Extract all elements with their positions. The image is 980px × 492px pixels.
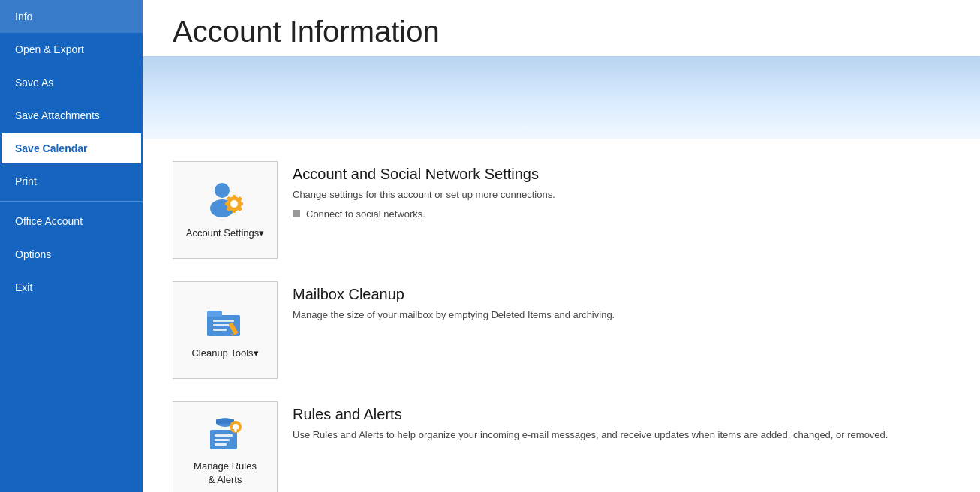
svg-point-3 — [230, 200, 238, 208]
svg-rect-16 — [213, 328, 227, 331]
manage-rules-title: Rules and Alerts — [293, 406, 950, 423]
manage-rules-label: Manage Rules & Alerts — [194, 460, 257, 487]
cleanup-tools-label: Cleanup Tools▾ — [191, 346, 258, 360]
svg-rect-22 — [215, 434, 233, 436]
cleanup-tools-info: Mailbox Cleanup Manage the size of your … — [293, 281, 950, 328]
manage-rules-icon — [203, 413, 248, 455]
account-settings-button[interactable]: Account Settings▾ — [173, 161, 278, 259]
svg-rect-23 — [215, 439, 230, 441]
account-settings-info: Account and Social Network Settings Chan… — [293, 161, 950, 220]
account-settings-label: Account Settings▾ — [186, 226, 265, 240]
manage-rules-button[interactable]: Manage Rules & Alerts — [173, 401, 278, 492]
sidebar-item-save-attachments[interactable]: Save Attachments — [0, 99, 143, 132]
page-title: Account Information — [143, 0, 980, 56]
svg-rect-13 — [207, 310, 222, 316]
account-settings-title: Account and Social Network Settings — [293, 166, 950, 183]
svg-rect-7 — [239, 202, 243, 206]
sidebar-item-exit[interactable]: Exit — [0, 271, 143, 304]
cleanup-tools-card: Cleanup Tools▾ Mailbox Cleanup Manage th… — [173, 274, 950, 386]
sidebar-item-open-export[interactable]: Open & Export — [0, 33, 143, 66]
svg-rect-6 — [225, 202, 229, 206]
manage-rules-info: Rules and Alerts Use Rules and Alerts to… — [293, 401, 950, 448]
svg-point-27 — [235, 430, 237, 432]
manage-rules-card: Manage Rules & Alerts Rules and Alerts U… — [173, 394, 950, 492]
cleanup-tools-button[interactable]: Cleanup Tools▾ — [173, 281, 278, 379]
account-settings-card: Account Settings▾ Account and Social Net… — [173, 154, 950, 266]
account-settings-icon — [203, 180, 248, 222]
account-settings-bullet-text: Connect to social networks. — [306, 208, 425, 220]
account-settings-desc: Change settings for this account or set … — [293, 188, 950, 202]
svg-rect-4 — [233, 195, 236, 199]
cleanup-tools-icon — [203, 300, 248, 342]
sidebar-item-print[interactable]: Print — [0, 165, 143, 198]
sidebar: Info Open & Export Save As Save Attachme… — [0, 0, 143, 492]
cleanup-tools-desc: Manage the size of your mailbox by empty… — [293, 308, 950, 322]
main-content: Account Information — [143, 0, 980, 492]
sidebar-item-info[interactable]: Info — [0, 0, 143, 33]
sidebar-item-options[interactable]: Options — [0, 238, 143, 271]
content-area: Account Settings▾ Account and Social Net… — [143, 139, 980, 492]
cleanup-tools-title: Mailbox Cleanup — [293, 286, 950, 303]
svg-rect-15 — [213, 324, 230, 326]
sidebar-divider — [0, 201, 143, 202]
svg-point-0 — [215, 183, 230, 198]
bullet-icon — [293, 210, 300, 218]
svg-rect-5 — [233, 209, 236, 213]
sidebar-item-office-account[interactable]: Office Account — [0, 205, 143, 238]
svg-rect-14 — [213, 320, 234, 322]
sidebar-item-save-calendar[interactable]: Save Calendar — [0, 132, 143, 165]
account-settings-bullet: Connect to social networks. — [293, 208, 950, 220]
svg-rect-24 — [215, 443, 227, 446]
sidebar-item-save-as[interactable]: Save As — [0, 66, 143, 99]
banner-image — [143, 56, 980, 139]
manage-rules-desc: Use Rules and Alerts to help organize yo… — [293, 428, 950, 442]
